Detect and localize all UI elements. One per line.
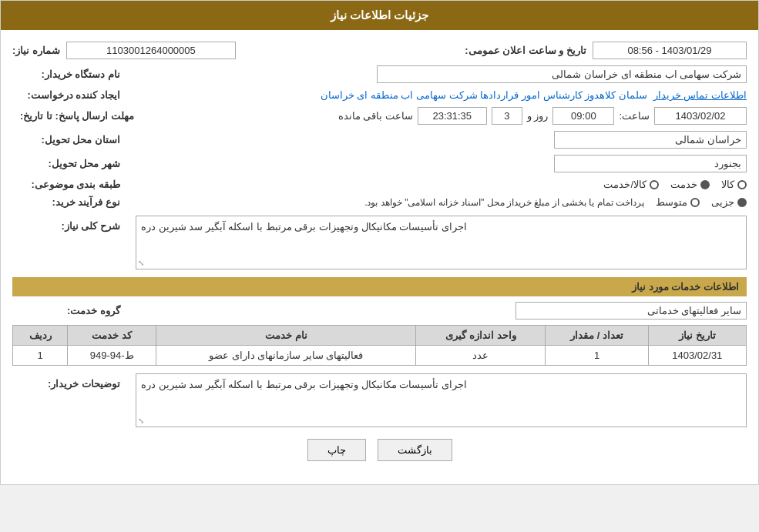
col-date: تاریخ نیاز (648, 326, 746, 346)
city-label: شهر محل تحویل: (48, 158, 120, 169)
page-title: جزئیات اطلاعات نیاز (331, 8, 428, 22)
deadline-time-label: ساعت: (619, 110, 650, 122)
buyer-description-label: توضیحات خریدار: (48, 378, 120, 390)
page-header: جزئیات اطلاعات نیاز (1, 1, 758, 30)
col-unit: واحد اندازه گیری (416, 326, 546, 346)
radio-kala-khedmat-dot (650, 180, 659, 189)
buyer-description-box: اجرای تأسیسات مکانیکال وتجهیزات برقی مرت… (136, 373, 747, 427)
radio-jozyi-dot (737, 198, 747, 207)
cell-row-num: 1 (13, 346, 68, 366)
service-group-value: سایر فعالیتهای خدماتی (516, 302, 747, 320)
resize-handle-buyer: ⤡ (138, 417, 144, 425)
category-kala[interactable]: کالا (721, 179, 747, 190)
cell-service-name: فعالیتهای سایر سازمانهای دارای عضو (156, 346, 416, 366)
resize-handle-need: ⤡ (138, 259, 144, 267)
province-value: خراسان شمالی (554, 131, 747, 149)
cell-unit: عدد (416, 346, 546, 366)
col-row-num: ردیف (13, 326, 68, 346)
deadline-days-label: روز و (527, 110, 549, 122)
cell-service-code: ط-94-949 (68, 346, 156, 366)
need-description-text: اجرای تأسیسات مکانیکال وتجهیزات برقی مرت… (141, 221, 467, 233)
need-number-label: شماره نیاز: (12, 45, 60, 56)
radio-kala-label: کالا (721, 179, 734, 190)
deadline-time: 09:00 (552, 107, 614, 125)
buyer-org-label: نام دستگاه خریدار: (41, 69, 120, 80)
purchase-note: پرداخت تمام یا بخشی از مبلغ خریداز محل "… (364, 197, 644, 208)
category-label: طبقه بندی موضوعی: (31, 179, 120, 190)
announce-value: 1403/01/29 - 08:56 (593, 42, 747, 59)
city-value: بجنورد (554, 155, 747, 172)
category-khedmat[interactable]: خدمت (670, 179, 710, 190)
deadline-remaining: 23:31:35 (418, 107, 487, 125)
contact-link[interactable]: اطلاعات تماس خریدار (653, 89, 747, 101)
province-label: استان محل تحویل: (41, 134, 120, 146)
radio-motavasset-dot (690, 198, 700, 207)
radio-motavasset-label: متوسط (656, 196, 687, 208)
creator-label: ایجاد کننده درخواست: (27, 89, 120, 101)
purchase-motavasset[interactable]: متوسط (656, 196, 700, 208)
need-number-value: 1103001264000005 (66, 42, 236, 59)
radio-jozyi-label: جزیی (711, 196, 734, 208)
creator-value: سلمان کلاهدوز کارشناس امور قراردادها شرک… (321, 89, 647, 101)
deadline-label: مهلت ارسال پاسخ: تا تاریخ: (20, 110, 134, 122)
buttons-row: بازگشت چاپ (12, 439, 747, 461)
radio-khedmat-dot (700, 180, 710, 189)
service-group-label: گروه خدمت: (67, 305, 120, 316)
deadline-date: 1403/02/02 (654, 107, 747, 125)
cell-quantity: 1 (546, 346, 648, 366)
radio-khedmat-label: خدمت (670, 179, 697, 190)
need-description-label: شرح کلی نیاز: (61, 220, 120, 232)
need-description-box: اجرای تأسیسات مکانیکال وتجهیزات برقی مرت… (136, 216, 747, 269)
deadline-days: 3 (492, 107, 522, 125)
category-kala-khedmat[interactable]: کالا/خدمت (603, 179, 659, 190)
services-section-title: اطلاعات خدمات مورد نیاز (632, 281, 739, 293)
deadline-remaining-label: ساعت باقی مانده (338, 110, 413, 122)
col-service-code: کد خدمت (68, 326, 156, 346)
services-section-header: اطلاعات خدمات مورد نیاز (12, 277, 747, 296)
table-row: 1403/02/31 1 عدد فعالیتهای سایر سازمانها… (13, 346, 747, 366)
services-table: تاریخ نیاز تعداد / مقدار واحد اندازه گیر… (12, 325, 747, 366)
announce-label: تاریخ و ساعت اعلان عمومی: (465, 45, 586, 56)
cell-date: 1403/02/31 (648, 346, 746, 366)
buyer-description-text: اجرای تأسیسات مکانیکال وتجهیزات برقی مرت… (141, 379, 467, 390)
buyer-org-value: شرکت سهامی اب منطقه ای خراسان شمالی (377, 65, 747, 83)
radio-kala-khedmat-label: کالا/خدمت (603, 179, 646, 190)
col-quantity: تعداد / مقدار (546, 326, 648, 346)
col-service-name: نام خدمت (156, 326, 416, 346)
purchase-type-label: نوع فرآیند خرید: (52, 196, 120, 208)
purchase-jozyi[interactable]: جزیی (711, 196, 747, 208)
print-button[interactable]: چاپ (307, 439, 366, 461)
radio-kala-dot (737, 180, 747, 189)
back-button[interactable]: بازگشت (378, 439, 452, 461)
